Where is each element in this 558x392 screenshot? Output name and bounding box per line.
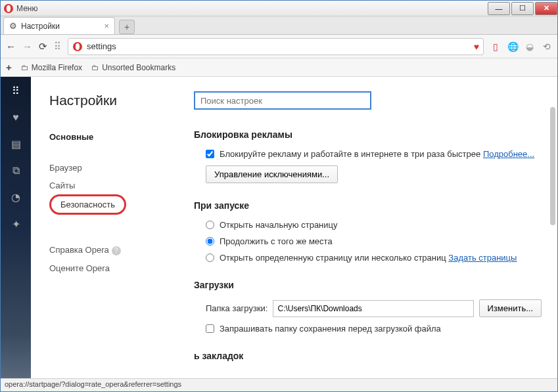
rail-tabs-icon[interactable]: ⧉	[12, 165, 20, 177]
sidebar-item-rate[interactable]: Оцените Opera	[49, 259, 182, 277]
section-bookmarks-title: ь закладок	[194, 351, 542, 361]
back-button[interactable]: ←	[6, 41, 16, 52]
sidebar-item-sites[interactable]: Сайты	[49, 177, 182, 194]
minimize-button[interactable]: —	[488, 2, 510, 15]
svg-point-3	[76, 43, 80, 49]
bookmark-folder-1[interactable]: 🗀Mozilla Firefox	[21, 63, 82, 72]
help-icon: ?	[112, 246, 121, 255]
download-folder-label: Папка загрузки:	[206, 303, 267, 313]
left-rail: ⠿ ♥ ▤ ⧉ ◔ ✦	[1, 77, 31, 380]
close-button[interactable]: ✕	[535, 2, 557, 15]
status-text: opera://startpage/?dialog=rate_opera&ref…	[5, 380, 181, 388]
page-title: Настройки	[49, 93, 182, 108]
tab-title: Настройки	[21, 22, 60, 31]
bookmark-folder-2[interactable]: 🗀Unsorted Bookmarks	[91, 63, 175, 72]
forward-button[interactable]: →	[22, 41, 32, 52]
section-downloads: Загрузки Папка загрузки: Изменить... Зап…	[194, 280, 542, 334]
address-bar[interactable]: ♥	[68, 38, 484, 55]
tab-strip: ⚙ Настройки × +	[1, 16, 557, 35]
url-input[interactable]	[87, 41, 470, 51]
ext-icon-1[interactable]: ▯	[490, 41, 501, 52]
nav-toolbar: ← → ⟳ ⠿ ♥ ▯ 🌐 ◒ ⟲	[1, 35, 557, 58]
rail-news-icon[interactable]: ▤	[11, 138, 21, 150]
folder-icon: 🗀	[91, 63, 99, 72]
section-bookmarks-panel: ь закладок	[194, 351, 542, 361]
sidebar-item-basic[interactable]: Основные	[49, 128, 182, 146]
opera-urlbar-icon	[72, 41, 83, 52]
menu-button[interactable]: Меню	[16, 4, 37, 13]
rail-speed-dial-icon[interactable]: ⠿	[12, 85, 20, 97]
ext-icon-shield[interactable]: ◒	[524, 41, 535, 52]
window-titlebar: Меню — ☐ ✕	[1, 1, 557, 16]
section-startup-title: При запуске	[194, 200, 542, 211]
download-change-button[interactable]: Изменить...	[479, 299, 542, 317]
settings-sidebar: Настройки Основные Браузер Сайты Безопас…	[31, 77, 182, 380]
adblock-learn-more-link[interactable]: Подробнее...	[483, 149, 534, 159]
speed-dial-icon[interactable]: ⠿	[54, 41, 61, 53]
download-ask-checkbox[interactable]	[206, 324, 214, 333]
ext-icon-globe[interactable]: 🌐	[507, 41, 518, 52]
scroll-thumb[interactable]	[550, 107, 555, 225]
bookmark-heart-icon[interactable]: ♥	[474, 41, 479, 52]
tab-settings[interactable]: ⚙ Настройки ×	[3, 17, 115, 34]
add-bookmark-button[interactable]: +	[6, 62, 12, 73]
adblock-exceptions-button[interactable]: Управление исключениями...	[206, 165, 338, 183]
sidebar-item-help[interactable]: Справка Opera?	[49, 241, 182, 259]
section-startup: При запуске Открыть начальную страницу П…	[194, 200, 542, 263]
sidebar-item-browser[interactable]: Браузер	[49, 159, 182, 177]
sidebar-item-security[interactable]: Безопасность	[49, 194, 126, 215]
adblock-checkbox-row: Блокируйте рекламу и работайте в интерне…	[194, 149, 542, 159]
rail-extensions-icon[interactable]: ✦	[12, 218, 20, 230]
adblock-checkbox[interactable]	[206, 150, 214, 158]
settings-panel: Настройки Основные Браузер Сайты Безопас…	[31, 77, 557, 380]
ext-icon-sync[interactable]: ⟲	[542, 41, 552, 52]
settings-main: Блокировка рекламы Блокируйте рекламу и …	[182, 77, 557, 380]
section-adblock: Блокировка рекламы Блокируйте рекламу и …	[194, 129, 542, 183]
section-downloads-title: Загрузки	[194, 280, 542, 290]
bookmarks-bar: + 🗀Mozilla Firefox 🗀Unsorted Bookmarks	[1, 58, 557, 77]
startup-radio-specific-pages[interactable]	[206, 253, 214, 262]
tab-close-icon[interactable]: ×	[104, 21, 109, 31]
download-folder-input[interactable]	[273, 300, 473, 317]
status-bar: opera://startpage/?dialog=rate_opera&ref…	[1, 378, 557, 391]
reload-button[interactable]: ⟳	[39, 41, 47, 53]
opera-logo-icon	[3, 3, 14, 14]
maximize-button[interactable]: ☐	[511, 2, 534, 15]
startup-radio-start-page[interactable]	[206, 221, 214, 229]
folder-icon: 🗀	[21, 63, 29, 72]
rail-heart-icon[interactable]: ♥	[12, 112, 19, 123]
svg-point-1	[7, 5, 11, 11]
rail-history-icon[interactable]: ◔	[11, 191, 20, 204]
vertical-scrollbar[interactable]	[549, 81, 556, 376]
set-pages-link[interactable]: Задать страницы	[448, 253, 517, 263]
adblock-checkbox-label: Блокируйте рекламу и работайте в интерне…	[220, 149, 480, 159]
startup-radio-continue[interactable]	[206, 237, 214, 246]
section-adblock-title: Блокировка рекламы	[194, 129, 542, 140]
gear-icon: ⚙	[9, 21, 17, 31]
new-tab-button[interactable]: +	[119, 20, 135, 34]
settings-search-input[interactable]	[194, 91, 371, 110]
